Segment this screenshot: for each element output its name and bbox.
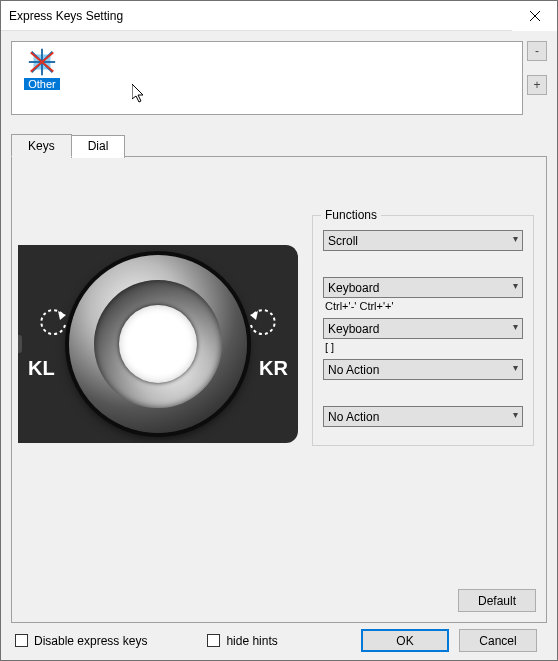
select-value: Keyboard	[328, 281, 379, 295]
checkbox-label: hide hints	[226, 634, 277, 648]
select-value: Keyboard	[328, 322, 379, 336]
select-value: No Action	[328, 363, 379, 377]
dial-ring-outer	[69, 255, 247, 433]
window-title: Express Keys Setting	[1, 9, 123, 23]
add-app-button[interactable]: +	[527, 75, 547, 95]
express-keys-dialog: Express Keys Setting	[0, 0, 558, 661]
chevron-down-icon: ▾	[513, 233, 518, 244]
function-subtext-2: [ ]	[323, 339, 523, 355]
cursor-icon	[132, 84, 148, 104]
button-label: Cancel	[479, 634, 516, 648]
ok-button[interactable]: OK	[361, 629, 449, 652]
tab-panel: KL KR Functions	[11, 156, 547, 623]
functions-group: Functions Scroll ▾ Keyboard ▾ Ctrl+'-' C…	[312, 215, 534, 446]
dial-right-label: KR	[259, 357, 288, 380]
function-select-1[interactable]: Keyboard ▾	[323, 277, 523, 298]
application-strip: Other	[11, 41, 523, 115]
rotate-cw-icon	[246, 305, 280, 339]
minus-icon: -	[535, 44, 539, 58]
function-subtext-1: Ctrl+'-' Ctrl+'+'	[323, 298, 523, 314]
dial-left-label: KL	[28, 357, 55, 380]
close-icon	[530, 11, 540, 21]
dialog-content: Other - + Keys	[1, 31, 557, 660]
button-label: Default	[478, 594, 516, 608]
chevron-down-icon: ▾	[513, 409, 518, 420]
tab-label: Keys	[28, 139, 55, 153]
app-item-label: Other	[24, 78, 60, 90]
close-button[interactable]	[512, 1, 557, 31]
button-label: OK	[396, 634, 413, 648]
app-strip-row: Other - +	[11, 41, 547, 115]
tab-dial[interactable]: Dial	[71, 135, 126, 158]
checkbox-box-icon	[15, 634, 28, 647]
function-select-0[interactable]: Scroll ▾	[323, 230, 523, 251]
remove-app-button[interactable]: -	[527, 41, 547, 61]
tab-keys[interactable]: Keys	[11, 134, 72, 157]
dial-ring-mid	[94, 280, 222, 408]
tabs-area: Keys Dial KL	[11, 133, 547, 623]
titlebar: Express Keys Setting	[1, 1, 557, 31]
app-item-other[interactable]: Other	[18, 48, 66, 110]
functions-legend: Functions	[321, 208, 381, 222]
default-button[interactable]: Default	[458, 589, 536, 612]
chevron-down-icon: ▾	[513, 280, 518, 291]
tab-label: Dial	[88, 139, 109, 153]
function-select-2[interactable]: Keyboard ▾	[323, 318, 523, 339]
checkbox-box-icon	[207, 634, 220, 647]
dial-notch	[18, 335, 22, 353]
select-value: No Action	[328, 410, 379, 424]
chevron-down-icon: ▾	[513, 362, 518, 373]
rotate-ccw-icon	[36, 305, 70, 339]
hide-hints-checkbox[interactable]: hide hints	[207, 634, 277, 648]
plus-icon: +	[533, 78, 540, 92]
function-select-3[interactable]: No Action ▾	[323, 359, 523, 380]
dial-graphic: KL KR	[18, 245, 298, 443]
select-value: Scroll	[328, 234, 358, 248]
checkbox-label: Disable express keys	[34, 634, 147, 648]
chevron-down-icon: ▾	[513, 321, 518, 332]
cancel-button[interactable]: Cancel	[459, 629, 537, 652]
burst-x-icon	[26, 48, 58, 76]
strip-side-buttons: - +	[527, 41, 547, 115]
dial-center	[119, 305, 197, 383]
disable-express-keys-checkbox[interactable]: Disable express keys	[15, 634, 147, 648]
tabstrip: Keys Dial	[11, 133, 547, 156]
function-select-4[interactable]: No Action ▾	[323, 406, 523, 427]
bottom-bar: Disable express keys hide hints OK Cance…	[11, 623, 547, 652]
